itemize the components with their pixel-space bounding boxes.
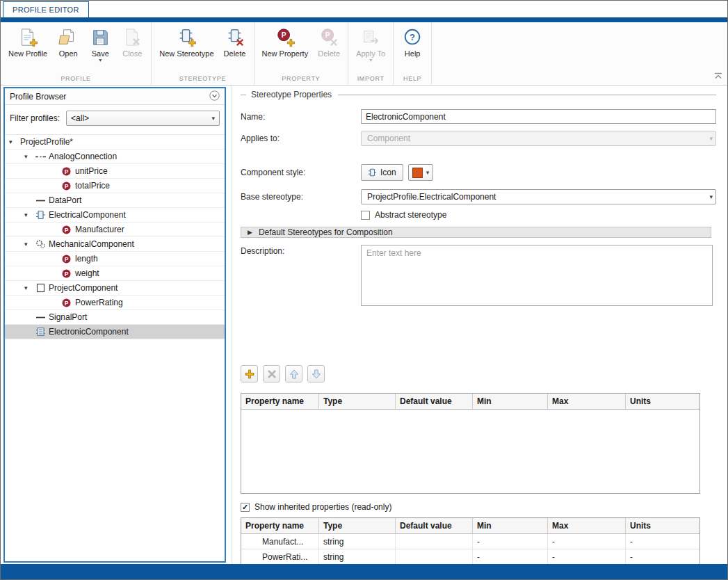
close-icon bbox=[122, 26, 143, 49]
tree-item-ProjectComponent[interactable]: ▾ProjectComponent bbox=[5, 281, 225, 296]
column-header[interactable]: Default value bbox=[396, 518, 473, 533]
column-header[interactable]: Property name bbox=[241, 394, 319, 409]
filter-profiles-dropdown[interactable]: <all> ▾ bbox=[66, 111, 220, 126]
tree-item-length[interactable]: Plength bbox=[5, 252, 225, 266]
svg-text:P: P bbox=[65, 270, 69, 277]
column-header[interactable]: Type bbox=[319, 394, 396, 409]
stereotype-properties-panel: Stereotype Properties Name: Applies to: … bbox=[232, 86, 727, 564]
column-header[interactable]: Units bbox=[626, 394, 699, 409]
table-cell: - bbox=[626, 534, 699, 549]
tree-item-MechanicalComponent[interactable]: ▾MechanicalComponent bbox=[5, 237, 225, 252]
new-stereotype-label: New Stereotype bbox=[159, 49, 213, 58]
minimize-toolstrip-icon[interactable] bbox=[714, 72, 722, 81]
tree-item-ProjectProfile[interactable]: ▾ProjectProfile* bbox=[5, 135, 225, 150]
tree-item-label: MechanicalComponent bbox=[49, 239, 134, 249]
color-swatch bbox=[412, 168, 423, 178]
tree-item-unitPrice[interactable]: PunitPrice bbox=[5, 164, 225, 179]
tree-item-ElectricalComponent[interactable]: ▾ElectricalComponent bbox=[5, 208, 225, 223]
apply-to-dropdown-arrow-icon: ▾ bbox=[369, 58, 372, 63]
base-stereotype-dropdown[interactable]: ProjectProfile.ElectricalComponent ▾ bbox=[361, 189, 716, 204]
tree-item-DataPort[interactable]: DataPort bbox=[5, 193, 225, 208]
expand-caret-icon[interactable]: ▾ bbox=[24, 284, 35, 291]
abstract-stereotype-checkbox[interactable] bbox=[361, 211, 370, 220]
tree-item-label: unitPrice bbox=[75, 166, 108, 176]
panel-collapse-icon[interactable] bbox=[209, 90, 220, 103]
svg-text:P: P bbox=[282, 31, 286, 39]
component-icon bbox=[368, 168, 377, 177]
group-label-profile: PROFILE bbox=[3, 73, 148, 85]
solid-line-icon bbox=[35, 313, 49, 322]
tree-item-PowerRating[interactable]: PPowerRating bbox=[5, 296, 225, 310]
tree-item-AnalogConnection[interactable]: ▾AnalogConnection bbox=[5, 150, 225, 164]
toolbar-group-property: P New Property P Delete PROPERTY bbox=[254, 22, 349, 85]
column-header[interactable]: Min bbox=[473, 518, 548, 533]
open-button[interactable]: Open bbox=[52, 24, 84, 58]
new-stereotype-button[interactable]: New Stereotype bbox=[154, 24, 218, 58]
tree-item-label: ElectricalComponent bbox=[49, 210, 126, 220]
tree-item-Manufacturer[interactable]: PManufacturer bbox=[5, 223, 225, 237]
base-stereotype-label: Base stereotype: bbox=[241, 192, 361, 202]
delete-stereotype-label: Delete bbox=[224, 49, 246, 58]
delete-stereotype-icon bbox=[225, 26, 245, 49]
move-down-button[interactable] bbox=[307, 365, 325, 382]
tree-item-weight[interactable]: Pweight bbox=[5, 266, 225, 281]
tree-item-label: PowerRating bbox=[75, 298, 123, 307]
table-row[interactable]: PowerRati...string--- bbox=[241, 549, 699, 565]
show-inherited-row: Show inherited properties (read-only) bbox=[241, 502, 716, 512]
profile-editor-window: PROFILE EDITOR New Profile Open bbox=[0, 0, 728, 580]
close-button: Close bbox=[116, 24, 148, 58]
apply-to-icon bbox=[360, 26, 381, 49]
open-icon bbox=[58, 26, 79, 49]
tree-item-ElectronicComponent[interactable]: ElectronicComponent bbox=[5, 325, 225, 339]
default-stereotypes-section-header[interactable]: ▶ Default Stereotypes for Composition bbox=[241, 227, 711, 238]
show-inherited-checkbox[interactable] bbox=[241, 503, 250, 512]
column-header[interactable]: Min bbox=[473, 394, 548, 409]
delete-stereotype-button[interactable]: Delete bbox=[219, 24, 251, 58]
tree-item-totalPrice[interactable]: PtotalPrice bbox=[5, 179, 225, 193]
svg-text:P: P bbox=[65, 255, 69, 262]
new-property-button[interactable]: P New Property bbox=[257, 24, 314, 58]
new-profile-button[interactable]: New Profile bbox=[3, 24, 52, 58]
delete-property-row-button bbox=[263, 365, 280, 382]
tree-item-label: weight bbox=[75, 268, 99, 278]
status-bar bbox=[1, 564, 727, 579]
tree-item-SignalPort[interactable]: SignalPort bbox=[5, 310, 225, 325]
column-header[interactable]: Property name bbox=[241, 518, 319, 533]
tree-item-label: length bbox=[75, 254, 98, 264]
table-row[interactable]: Manufact...string--- bbox=[241, 534, 699, 549]
property-icon: P bbox=[62, 225, 75, 234]
help-button[interactable]: ? Help bbox=[396, 24, 428, 58]
table-cell: - bbox=[473, 549, 548, 564]
name-field[interactable] bbox=[361, 109, 716, 124]
component-color-dropdown[interactable]: ▾ bbox=[408, 164, 434, 181]
expand-caret-icon[interactable]: ▾ bbox=[24, 241, 35, 248]
save-button[interactable]: Save ▾ bbox=[84, 24, 116, 63]
expand-caret-icon[interactable]: ▾ bbox=[9, 138, 20, 145]
new-property-label: New Property bbox=[262, 49, 309, 58]
column-header[interactable]: Default value bbox=[396, 394, 473, 409]
toolbar-group-import: Apply To ▾ IMPORT bbox=[348, 22, 394, 85]
description-textarea[interactable] bbox=[361, 245, 713, 306]
add-property-button[interactable] bbox=[241, 365, 258, 382]
chevron-down-icon: ▾ bbox=[709, 193, 713, 200]
default-stereotypes-section-label: Default Stereotypes for Composition bbox=[259, 227, 393, 237]
filter-profiles-value: <all> bbox=[71, 113, 89, 123]
table-cell: - bbox=[473, 534, 548, 549]
move-up-button[interactable] bbox=[285, 365, 302, 382]
toolbar-group-help: ? Help HELP bbox=[394, 22, 432, 85]
chevron-down-icon: ▾ bbox=[426, 169, 430, 176]
tree-item-label: ElectronicComponent bbox=[49, 327, 129, 337]
tab-profile-editor[interactable]: PROFILE EDITOR bbox=[3, 1, 89, 17]
column-header[interactable]: Type bbox=[319, 518, 396, 533]
svg-text:P: P bbox=[65, 226, 69, 233]
expand-caret-icon[interactable]: ▾ bbox=[24, 153, 35, 160]
tab-row: PROFILE EDITOR bbox=[1, 1, 727, 17]
icon-style-button[interactable]: Icon bbox=[361, 164, 403, 181]
column-header[interactable]: Max bbox=[548, 394, 626, 409]
close-label: Close bbox=[122, 49, 142, 58]
save-dropdown-arrow-icon[interactable]: ▾ bbox=[99, 58, 102, 63]
column-header[interactable]: Units bbox=[626, 518, 699, 533]
expand-caret-icon[interactable]: ▾ bbox=[24, 211, 35, 218]
column-header[interactable]: Max bbox=[548, 518, 626, 533]
table-cell: string bbox=[319, 534, 396, 549]
